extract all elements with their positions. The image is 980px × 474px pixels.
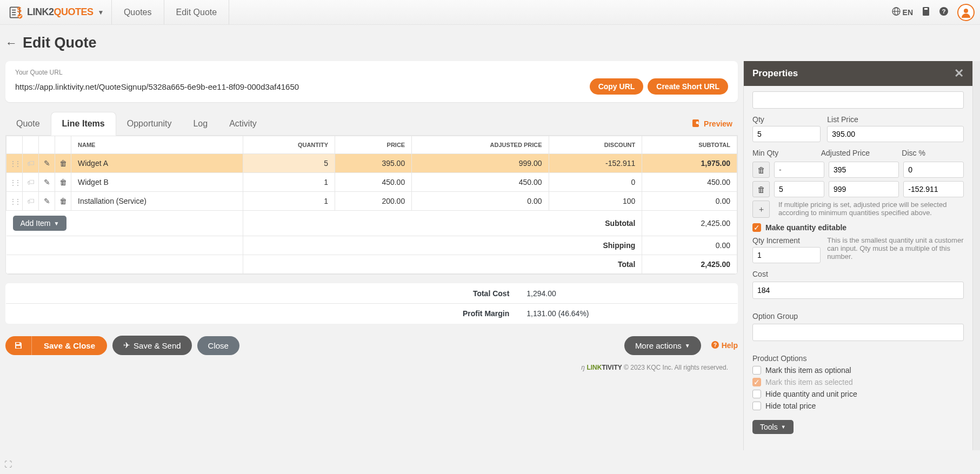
listprice-label: List Price (827, 115, 964, 124)
create-short-url-button[interactable]: Create Short URL (648, 78, 728, 95)
back-arrow-icon[interactable]: ← (5, 36, 17, 50)
footer-copyright: ŋ LINKTIVITY © 2023 KQC Inc. All rights … (5, 355, 738, 375)
tab-activity[interactable]: Activity (218, 112, 268, 135)
table-row[interactable]: ⋮⋮ 🏷 ✎ 🗑 Widget B 1 450.00 450.00 0 450.… (6, 173, 737, 192)
qty-incr-input[interactable] (752, 247, 821, 263)
edit-icon[interactable]: ✎ (44, 197, 50, 205)
close-panel-icon[interactable]: ✕ (954, 68, 964, 79)
trash-icon[interactable]: 🗑 (59, 197, 67, 205)
price-tier-row: 🗑 (752, 181, 964, 197)
subtotal-label: Subtotal (243, 211, 642, 236)
drag-handle-icon[interactable]: ⋮⋮ (10, 198, 19, 205)
trash-icon[interactable]: 🗑 (59, 178, 67, 186)
tier-adj-input[interactable] (829, 162, 899, 178)
th-price: PRICE (335, 136, 412, 154)
hide-total-checkbox[interactable] (752, 402, 761, 410)
tier-minqty-input[interactable] (774, 181, 824, 197)
product-options-label: Product Options (752, 354, 964, 363)
save-icon-button[interactable] (5, 336, 31, 355)
breadcrumb-quotes[interactable]: Quotes (112, 0, 164, 24)
properties-title: Properties (752, 68, 798, 79)
listprice-input[interactable] (827, 126, 964, 142)
close-button[interactable]: Close (197, 336, 239, 355)
properties-panel: Properties ✕ Qty List Price Min Qty Adju… (743, 61, 972, 450)
properties-header: Properties ✕ (744, 61, 972, 86)
help-icon[interactable]: ? (939, 6, 949, 18)
hide-qty-label: Hide quantity and unit price (765, 390, 857, 398)
cell-disc: 100 (549, 192, 642, 211)
remove-tier-button[interactable]: 🗑 (752, 181, 770, 197)
cell-price: 395.00 (335, 154, 412, 173)
tools-dropdown[interactable]: Tools▼ (752, 420, 794, 434)
hide-qty-checkbox[interactable] (752, 390, 761, 398)
breadcrumb-edit-quote[interactable]: Edit Quote (164, 0, 230, 24)
help-badge-icon: ? (711, 341, 719, 351)
help-link[interactable]: ?Help (711, 341, 738, 351)
make-qty-editable-checkbox[interactable]: ✓ (752, 223, 761, 232)
tab-line-items[interactable]: Line Items (51, 112, 116, 136)
edit-icon[interactable]: ✎ (44, 178, 50, 186)
user-avatar[interactable] (957, 4, 975, 21)
language-switch[interactable]: EN (892, 7, 913, 17)
tab-log[interactable]: Log (182, 112, 218, 135)
option-group-input[interactable] (752, 324, 964, 341)
optional-label: Mark this item as optional (765, 366, 851, 375)
save-indicator-icon[interactable] (922, 6, 930, 18)
optional-checkbox[interactable] (752, 366, 761, 375)
vertical-scrollbar[interactable] (972, 61, 980, 450)
save-send-button[interactable]: ✈Save & Send (112, 336, 192, 355)
edit-icon[interactable]: ✎ (44, 159, 50, 168)
remove-tier-button[interactable]: 🗑 (752, 162, 770, 178)
cost-input[interactable] (752, 282, 964, 299)
add-item-button[interactable]: Add Item▼ (13, 216, 67, 231)
tab-quote[interactable]: Quote (5, 112, 51, 135)
shipping-value: 0.00 (642, 236, 737, 255)
preview-link[interactable]: Preview (692, 118, 738, 129)
drag-handle-icon[interactable]: ⋮⋮ (10, 160, 19, 168)
table-row[interactable]: ⋮⋮ 🏷 ✎ 🗑 Installation (Service) 1 200.00… (6, 192, 737, 211)
th-discount: DISCOUNT (549, 136, 642, 154)
cell-subtotal: 1,975.00 (642, 154, 737, 173)
trash-icon[interactable]: 🗑 (59, 159, 67, 168)
cost-label: Cost (752, 270, 964, 278)
svg-rect-10 (924, 8, 928, 10)
tier-disc-input[interactable] (903, 181, 964, 197)
tag-icon[interactable]: 🏷 (27, 178, 35, 186)
selected-label: Mark this item as selected (765, 378, 853, 386)
more-actions-button[interactable]: More actions▼ (624, 336, 701, 355)
tier-adj-input[interactable] (829, 181, 899, 197)
quote-url: https://app.linktivity.net/QuoteSignup/5… (15, 82, 299, 91)
footer-brand-icon: ŋ (581, 364, 586, 371)
drag-handle-icon[interactable]: ⋮⋮ (10, 179, 19, 186)
copy-url-button[interactable]: Copy URL (590, 78, 644, 95)
tag-icon[interactable]: 🏷 (27, 159, 35, 168)
cell-name: Installation (Service) (71, 192, 243, 211)
qty-label: Qty (752, 115, 821, 124)
brand-dropdown[interactable]: $ LINK2QUOTES ▼ (5, 0, 112, 24)
total-label: Total (243, 255, 642, 274)
svg-text:?: ? (942, 8, 946, 15)
add-tier-button[interactable]: ＋ (752, 201, 770, 218)
cell-disc: -152.911 (549, 154, 642, 173)
tag-icon[interactable]: 🏷 (27, 197, 35, 205)
cost-summary: Total Cost 1,294.00 Profit Margin 1,131.… (5, 283, 738, 324)
make-qty-editable-label: Make quantity editable (765, 223, 846, 232)
cell-price: 450.00 (335, 173, 412, 192)
preview-icon (692, 118, 701, 129)
brand-text-2: QUOTES (54, 6, 94, 18)
properties-name-input[interactable] (752, 91, 964, 109)
chevron-down-icon: ▼ (54, 221, 59, 226)
save-close-button[interactable]: Save & Close (31, 336, 107, 355)
svg-rect-17 (16, 343, 19, 344)
cell-disc: 0 (549, 173, 642, 192)
preview-label: Preview (704, 119, 732, 128)
table-row[interactable]: ⋮⋮ 🏷 ✎ 🗑 Widget A 5 395.00 999.00 -152.9… (6, 154, 737, 173)
brand-text-1: LINK2 (27, 6, 54, 18)
cell-qty: 1 (243, 173, 335, 192)
qty-input[interactable] (752, 126, 821, 142)
tier-disc-input[interactable] (903, 162, 964, 178)
tab-opportunity[interactable]: Opportunity (116, 112, 183, 135)
page-title: Edit Quote (23, 35, 97, 51)
cell-name: Widget B (71, 173, 243, 192)
qty-incr-note: This is the smallest quantity unit a cus… (827, 236, 964, 261)
